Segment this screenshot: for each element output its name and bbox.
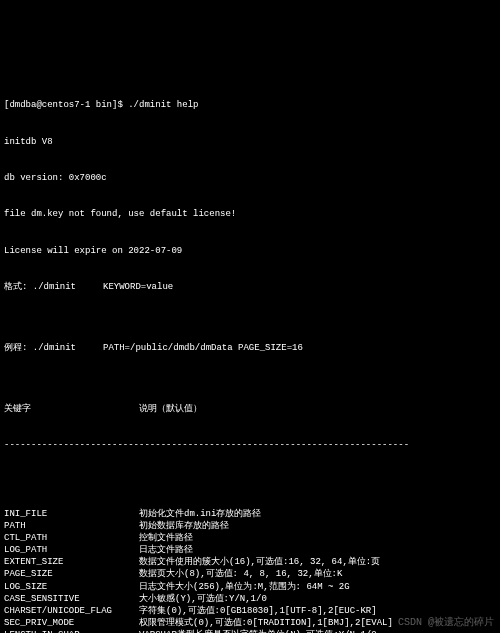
keyword-cell: CASE_SENSITIVE xyxy=(4,593,139,605)
col-keyword: 关键字 xyxy=(4,403,139,415)
description-cell: 日志文件大小(256),单位为:M,范围为: 64M ~ 2G xyxy=(139,581,496,593)
license-expire: License will expire on 2022-07-09 xyxy=(4,245,496,257)
table-row: LOG_SIZE日志文件大小(256),单位为:M,范围为: 64M ~ 2G xyxy=(4,581,496,593)
license-warning: file dm.key not found, use default licen… xyxy=(4,208,496,220)
usage-example: 例程: ./dminit PATH=/public/dmdb/dmData PA… xyxy=(4,342,496,354)
keyword-cell: EXTENT_SIZE xyxy=(4,556,139,568)
keyword-cell: PAGE_SIZE xyxy=(4,568,139,580)
keyword-cell: LOG_SIZE xyxy=(4,581,139,593)
keyword-cell: CHARSET/UNICODE_FLAG xyxy=(4,605,139,617)
keyword-cell: LENGTH_IN_CHAR xyxy=(4,629,139,633)
table-row: PATH初始数据库存放的路径 xyxy=(4,520,496,532)
keyword-cell: LOG_PATH xyxy=(4,544,139,556)
description-cell: 数据文件使用的簇大小(16),可选值:16, 32, 64,单位:页 xyxy=(139,556,496,568)
keyword-cell: SEC_PRIV_MODE xyxy=(4,617,139,629)
watermark-text: CSDN @被遗忘的碎片 xyxy=(398,616,494,630)
keyword-cell: INI_FILE xyxy=(4,508,139,520)
description-cell: 初始数据库存放的路径 xyxy=(139,520,496,532)
separator: ----------------------------------------… xyxy=(4,439,496,451)
description-cell: 大小敏感(Y),可选值:Y/N,1/0 xyxy=(139,593,496,605)
usage-format: 格式: ./dminit KEYWORD=value xyxy=(4,281,496,293)
col-description: 说明（默认值） xyxy=(139,403,496,415)
terminal-output: [dmdba@centos7-1 bin]$ ./dminit help ini… xyxy=(4,51,496,633)
keyword-cell: PATH xyxy=(4,520,139,532)
description-cell: 控制文件路径 xyxy=(139,532,496,544)
table-row: CTL_PATH控制文件路径 xyxy=(4,532,496,544)
table-row: LENGTH_IN_CHARVARCHAR类型长度是否以字符为单位(N),可选值… xyxy=(4,629,496,633)
description-cell: 数据页大小(8),可选值: 4, 8, 16, 32,单位:K xyxy=(139,568,496,580)
table-row: INI_FILE初始化文件dm.ini存放的路径 xyxy=(4,508,496,520)
db-version-line: db version: 0x7000c xyxy=(4,172,496,184)
keyword-table: INI_FILE初始化文件dm.ini存放的路径PATH初始数据库存放的路径CT… xyxy=(4,508,496,633)
table-row: LOG_PATH日志文件路径 xyxy=(4,544,496,556)
table-row: EXTENT_SIZE数据文件使用的簇大小(16),可选值:16, 32, 64… xyxy=(4,556,496,568)
table-row: CASE_SENSITIVE大小敏感(Y),可选值:Y/N,1/0 xyxy=(4,593,496,605)
description-cell: 日志文件路径 xyxy=(139,544,496,556)
initdb-version: initdb V8 xyxy=(4,136,496,148)
table-header: 关键字 说明（默认值） xyxy=(4,403,496,415)
table-row: PAGE_SIZE数据页大小(8),可选值: 4, 8, 16, 32,单位:K xyxy=(4,568,496,580)
description-cell: VARCHAR类型长度是否以字符为单位(N),可选值:Y/N,1/0 xyxy=(139,629,496,633)
shell-prompt: [dmdba@centos7-1 bin]$ ./dminit help xyxy=(4,99,496,111)
description-cell: 初始化文件dm.ini存放的路径 xyxy=(139,508,496,520)
keyword-cell: CTL_PATH xyxy=(4,532,139,544)
